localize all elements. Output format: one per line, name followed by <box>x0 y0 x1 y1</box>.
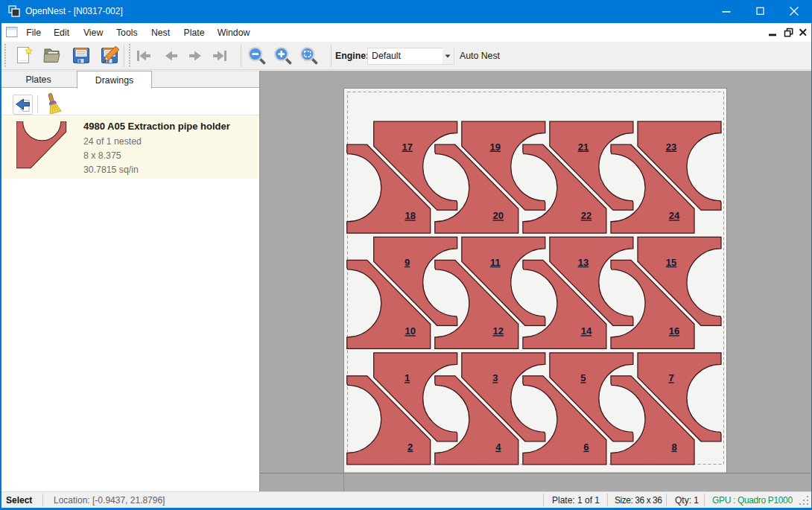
svg-text:6: 6 <box>583 442 589 453</box>
svg-text:21: 21 <box>578 141 589 153</box>
svg-text:1: 1 <box>405 372 410 383</box>
svg-text:8: 8 <box>671 442 676 453</box>
svg-text:4: 4 <box>495 442 501 453</box>
svg-text:14: 14 <box>581 325 592 337</box>
svg-text:18: 18 <box>405 210 415 221</box>
svg-text:19: 19 <box>490 141 501 153</box>
svg-text:5: 5 <box>580 372 586 383</box>
svg-text:23: 23 <box>666 141 676 153</box>
svg-text:7: 7 <box>668 372 673 383</box>
svg-text:2: 2 <box>407 442 413 453</box>
svg-text:20: 20 <box>493 210 504 221</box>
svg-text:3: 3 <box>492 372 498 383</box>
svg-text:11: 11 <box>490 257 501 268</box>
svg-text:16: 16 <box>669 325 679 337</box>
svg-text:22: 22 <box>581 210 591 221</box>
svg-text:10: 10 <box>405 325 415 337</box>
svg-text:15: 15 <box>666 257 676 268</box>
svg-text:17: 17 <box>402 141 412 153</box>
svg-text:12: 12 <box>493 325 504 337</box>
svg-text:24: 24 <box>669 210 680 221</box>
svg-text:9: 9 <box>405 257 410 268</box>
svg-text:13: 13 <box>578 257 589 268</box>
